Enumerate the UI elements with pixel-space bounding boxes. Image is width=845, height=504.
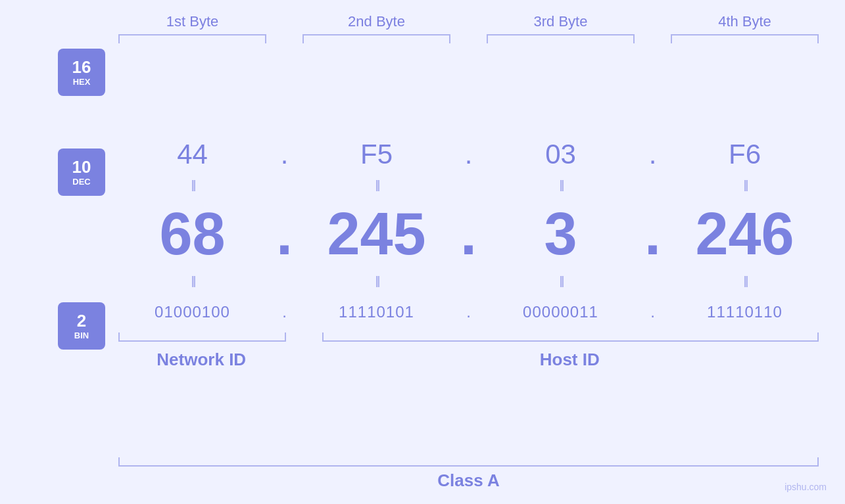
headers-row: 1st Byte 2nd Byte 3rd Byte 4th Byte — [26, 13, 819, 34]
hex-dot-2: . — [450, 139, 487, 170]
hex-dot-1: . — [266, 139, 302, 170]
dec-byte-3: 3 — [487, 200, 635, 268]
bracket-network — [118, 332, 286, 342]
bottom-brackets — [26, 332, 819, 342]
dec-row: 68 . 245 . 3 . 246 — [26, 198, 819, 270]
dec-byte-2: 245 — [302, 200, 450, 268]
eq-6: II — [302, 273, 450, 291]
header-2nd-byte: 2nd Byte — [302, 13, 450, 34]
top-brackets — [26, 34, 819, 43]
watermark: ipshu.com — [785, 482, 827, 492]
dec-dot-1: . — [266, 200, 302, 268]
bracket-top-1 — [118, 34, 266, 43]
dec-byte-4: 246 — [671, 200, 819, 268]
bracket-host — [322, 332, 819, 342]
bin-byte-3: 00000011 — [487, 303, 635, 321]
eq-1: II — [118, 177, 266, 195]
rows-wrapper: 16 HEX 44 . F5 . 03 . F6 II II II II 10 … — [26, 49, 819, 456]
hex-byte-2: F5 — [302, 139, 450, 170]
host-id-label: Host ID — [321, 344, 819, 370]
header-1st-byte: 1st Byte — [118, 13, 266, 34]
hex-byte-1: 44 — [118, 139, 266, 170]
eq-8: II — [671, 273, 819, 291]
network-id-label: Network ID — [118, 344, 285, 370]
bin-dot-2: . — [450, 303, 487, 321]
class-label: Class A — [118, 467, 819, 491]
hex-badge: 16 HEX — [58, 49, 105, 96]
network-host-labels: Network ID Host ID — [26, 344, 819, 370]
class-section: Class A — [26, 457, 819, 491]
hex-byte-3: 03 — [487, 139, 635, 170]
equals-row-2: II II II II — [26, 270, 819, 294]
main-container: 1st Byte 2nd Byte 3rd Byte 4th Byte 16 H… — [0, 0, 845, 504]
eq-3: II — [487, 177, 635, 195]
bin-dot-1: . — [266, 303, 302, 321]
bin-byte-4: 11110110 — [671, 303, 819, 321]
hex-row: 44 . F5 . 03 . F6 — [26, 135, 819, 174]
dec-byte-1: 68 — [118, 200, 266, 268]
dec-dot-2: . — [450, 200, 487, 268]
eq-4: II — [671, 177, 819, 195]
dec-dot-3: . — [635, 200, 671, 268]
eq-5: II — [118, 273, 266, 291]
bracket-top-2 — [302, 34, 450, 43]
header-3rd-byte: 3rd Byte — [487, 13, 635, 34]
eq-7: II — [487, 273, 635, 291]
eq-2: II — [302, 177, 450, 195]
hex-byte-4: F6 — [671, 139, 819, 170]
header-4th-byte: 4th Byte — [671, 13, 819, 34]
bracket-top-4 — [671, 34, 819, 43]
bin-byte-2: 11110101 — [302, 303, 450, 321]
bin-row: 01000100 . 11110101 . 00000011 . 1111011… — [26, 294, 819, 330]
class-bracket — [118, 457, 819, 467]
bracket-top-3 — [487, 34, 635, 43]
dec-badge: 10 DEC — [58, 149, 105, 196]
bin-dot-3: . — [635, 303, 671, 321]
equals-row-1: II II II II — [26, 174, 819, 198]
hex-dot-3: . — [635, 139, 671, 170]
bin-byte-1: 01000100 — [118, 303, 266, 321]
